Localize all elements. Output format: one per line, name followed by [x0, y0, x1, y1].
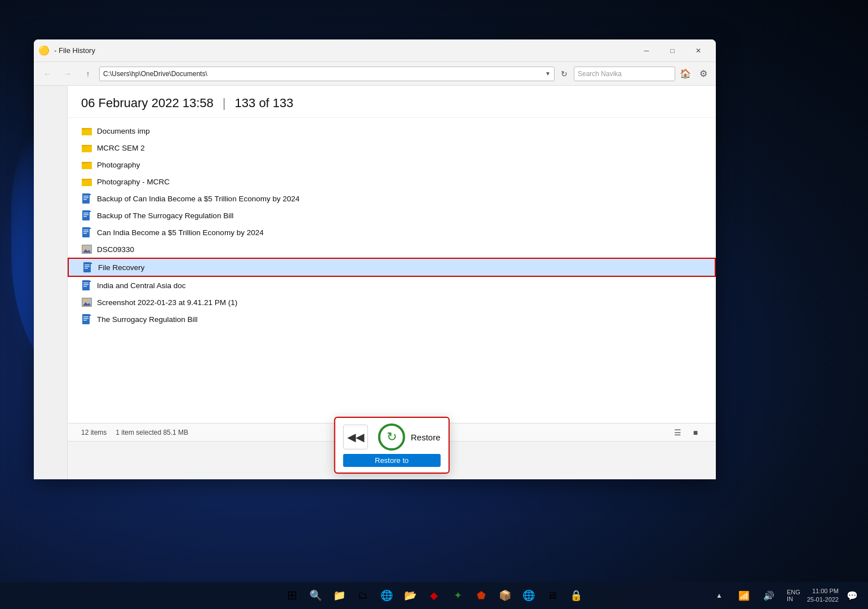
grid-view-button[interactable]: ■	[689, 426, 702, 439]
file-icon	[81, 210, 92, 221]
svg-rect-24	[83, 231, 88, 232]
file-item[interactable]: DSC09330	[68, 241, 716, 258]
search-placeholder: Search Navika	[578, 70, 622, 78]
taskbar-timeline-button[interactable]: 🗂	[352, 584, 374, 607]
version-count: 133 of 133	[235, 96, 294, 111]
taskbar-volume-icon[interactable]: 🔊	[758, 584, 780, 607]
svg-rect-19	[83, 214, 88, 215]
svg-rect-18	[83, 213, 88, 214]
taskbar-app5-button[interactable]: 🖥	[541, 584, 564, 607]
taskbar-app6-button[interactable]: 🔒	[565, 584, 587, 607]
file-name: MCRC SEM 2	[97, 144, 145, 152]
refresh-button[interactable]: ↻	[557, 67, 572, 81]
app-icon: 🟡	[38, 45, 50, 56]
search-bar[interactable]: Search Navika	[574, 67, 675, 81]
file-icon	[81, 176, 92, 187]
previous-version-button[interactable]: ◀◀	[343, 425, 368, 449]
home-button[interactable]: 🏠	[677, 66, 693, 82]
taskbar-chevron-icon[interactable]: ▲	[708, 584, 730, 607]
taskbar-explorer-button[interactable]: 📂	[399, 584, 422, 607]
file-item[interactable]: Photography	[68, 156, 716, 173]
file-icon	[81, 280, 92, 291]
file-icon	[81, 297, 92, 308]
taskbar-app3-button[interactable]: ⬟	[470, 584, 493, 607]
desktop: 🟡 - File History ─ □ ✕ ← → ↑ C:\Users\hp…	[0, 0, 868, 609]
taskbar-start-button[interactable]: ⊞	[281, 584, 303, 607]
file-item[interactable]: Documents imp	[68, 122, 716, 139]
file-item[interactable]: Backup of Can India Become a $5 Trillion…	[68, 190, 716, 207]
content-area: 06 February 2022 13:58 | 133 of 133 Docu…	[34, 86, 716, 479]
close-button[interactable]: ✕	[685, 39, 711, 62]
restore-label: Restore	[411, 433, 441, 442]
svg-rect-1	[82, 129, 92, 135]
file-icon	[81, 142, 92, 153]
taskbar-edge-button[interactable]: 🌐	[375, 584, 398, 607]
svg-rect-31	[83, 262, 91, 272]
file-icon	[81, 125, 92, 136]
file-name: Can India Become a $5 Trillion Economy b…	[97, 228, 264, 237]
svg-marker-35	[91, 262, 92, 264]
file-item[interactable]: Screenshot 2022-01-23 at 9.41.21 PM (1)	[68, 294, 716, 311]
svg-rect-13	[83, 196, 88, 197]
taskbar-app1-button[interactable]: ◆	[423, 584, 445, 607]
file-item[interactable]: MCRC SEM 2	[68, 139, 716, 156]
restore-to-button[interactable]: Restore to	[343, 454, 441, 467]
file-item[interactable]: India and Central Asia doc	[68, 277, 716, 294]
sidebar	[34, 86, 68, 479]
svg-rect-22	[82, 227, 90, 237]
svg-rect-32	[85, 264, 90, 266]
date-separator: |	[223, 96, 226, 111]
taskbar-left	[0, 584, 27, 607]
file-item[interactable]: Backup of The Surrogacy Regulation Bill	[68, 207, 716, 224]
svg-rect-17	[82, 210, 90, 220]
taskbar-right: ▲ 📶 🔊 ENGIN 11:00 PM 25-01-2022 💬	[708, 584, 868, 607]
minimize-button[interactable]: ─	[634, 39, 659, 62]
file-item[interactable]: Can India Become a $5 Trillion Economy b…	[68, 224, 716, 241]
restore-popup-inner: ◀◀ ↻ Restore	[343, 423, 441, 451]
taskbar-search-button[interactable]: 🔍	[304, 584, 327, 607]
file-name: DSC09330	[97, 245, 134, 254]
file-item[interactable]: Photography - MCRC	[68, 173, 716, 190]
taskbar-app2-button[interactable]: ✦	[446, 584, 469, 607]
forward-button[interactable]: →	[59, 66, 77, 82]
list-view-button[interactable]: ☰	[671, 426, 684, 439]
tray-clock[interactable]: 11:00 PM 25-01-2022	[807, 587, 839, 604]
taskbar-center: ⊞ 🔍 📁 🗂 🌐 📂 ◆ ✦ ⬟ 📦 🌐 🖥 🔒	[281, 584, 587, 607]
svg-rect-37	[83, 283, 88, 284]
up-button[interactable]: ↑	[79, 66, 97, 82]
file-icon	[81, 314, 92, 325]
address-dropdown-arrow[interactable]: ▼	[545, 70, 551, 77]
svg-rect-36	[82, 280, 90, 290]
file-name: Photography - MCRC	[97, 178, 170, 186]
svg-rect-34	[85, 268, 88, 269]
file-history-window: 🟡 - File History ─ □ ✕ ← → ↑ C:\Users\hp…	[34, 39, 716, 479]
taskbar-app4-button[interactable]: 📦	[494, 584, 516, 607]
taskbar-network-icon[interactable]: 📶	[733, 584, 755, 607]
file-icon	[81, 227, 92, 238]
svg-rect-20	[83, 216, 87, 217]
settings-button[interactable]: ⚙	[696, 66, 711, 82]
address-bar[interactable]: C:\Users\hp\OneDrive\Documents\ ▼	[99, 67, 555, 81]
svg-marker-40	[90, 280, 91, 282]
taskbar-chrome-button[interactable]: 🌐	[517, 584, 540, 607]
file-name: Photography	[97, 161, 140, 169]
maximize-button[interactable]: □	[659, 39, 685, 62]
svg-marker-49	[90, 314, 91, 316]
taskbar-notification-button[interactable]: 💬	[841, 584, 863, 607]
file-name: Backup of Can India Become a $5 Trillion…	[97, 195, 299, 203]
tray-time-text: 11:00 PM	[812, 587, 839, 595]
back-button[interactable]: ←	[38, 66, 56, 82]
svg-rect-4	[82, 146, 92, 152]
taskbar-files-button[interactable]: 📁	[328, 584, 351, 607]
date-text: 06 February 2022 13:58	[81, 96, 214, 111]
file-item[interactable]: The Surrogacy Regulation Bill	[68, 311, 716, 328]
file-name: Documents imp	[97, 127, 150, 135]
file-item[interactable]: File Recovery	[68, 258, 716, 277]
selected-info: 1 item selected 85.1 MB	[116, 429, 188, 436]
file-icon	[82, 262, 94, 273]
svg-rect-15	[83, 199, 87, 200]
file-name: Backup of The Surrogacy Regulation Bill	[97, 211, 233, 220]
view-controls: ☰ ■	[671, 426, 702, 439]
svg-point-43	[83, 299, 86, 302]
svg-rect-48	[83, 320, 87, 321]
